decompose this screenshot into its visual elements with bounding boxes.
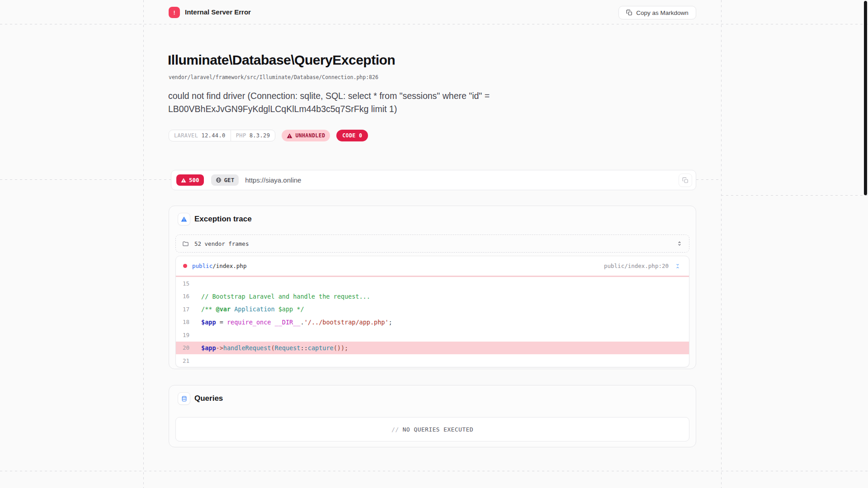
topbar: Internal Server Error Copy as Markdown: [0, 0, 868, 24]
copy-icon: [626, 9, 632, 16]
php-version-badge: PHP 8.3.29: [231, 130, 275, 141]
guide-line-bottom: [0, 471, 868, 471]
code-line-21: 21: [176, 354, 689, 367]
copy-as-markdown-button[interactable]: Copy as Markdown: [618, 6, 696, 19]
http-status-badge: 500: [176, 174, 204, 186]
request-bar: 500 GET https://siaya.online: [171, 170, 696, 190]
error-frame-dot-icon: [183, 264, 187, 268]
code-line-19: 19: [176, 328, 689, 342]
stack-frame-card: public/index.php public/index.php:20 151…: [175, 256, 689, 367]
copy-as-markdown-label: Copy as Markdown: [636, 9, 689, 16]
database-icon: [178, 392, 190, 405]
request-url: https://siaya.online: [245, 176, 301, 184]
queries-header: Queries: [178, 392, 223, 405]
code-lines: 1516// Bootstrap Laravel and handle the …: [176, 277, 689, 367]
status-label: Internal Server Error: [185, 8, 251, 16]
guide-connector-right: [696, 179, 721, 180]
guide-line-left: [143, 0, 144, 488]
exception-file-path: vendor/laravel/framework/src/Illuminate/…: [169, 74, 378, 80]
queries-empty-state: // NO QUERIES EXECUTED: [175, 417, 689, 441]
collapse-icon[interactable]: [674, 262, 682, 270]
exception-triangle-icon: [178, 213, 190, 225]
version-badges: LARAVEL 12.44.0 PHP 8.3.29: [169, 130, 275, 141]
guide-margin-right: [721, 195, 868, 196]
unhandled-badge: UNHANDLED: [282, 130, 330, 141]
laravel-version-badge: LARAVEL 12.44.0: [169, 130, 231, 141]
guide-line-right: [721, 0, 722, 488]
http-method-badge: GET: [211, 174, 239, 186]
queries-title: Queries: [194, 394, 223, 403]
exception-trace-section: Exception trace 52 vendor frames public/…: [169, 206, 696, 369]
exception-trace-header: Exception trace: [178, 213, 252, 225]
folder-icon: [182, 240, 189, 247]
frame-file-name: public/index.php: [192, 263, 246, 269]
exception-trace-title: Exception trace: [194, 215, 252, 224]
badge-row: LARAVEL 12.44.0 PHP 8.3.29 UNHANDLED COD…: [169, 130, 368, 141]
code-line-20: 20$app->handleRequest(Request::capture()…: [176, 342, 689, 355]
error-code-badge: CODE 0: [336, 130, 368, 141]
error-alert-icon: [169, 7, 180, 18]
code-line-16: 16// Bootstrap Laravel and handle the re…: [176, 290, 689, 303]
queries-section: Queries // NO QUERIES EXECUTED: [169, 385, 696, 447]
exception-class-title: Illuminate\Database\QueryException: [168, 52, 395, 68]
frame-location: public/index.php:20: [604, 263, 669, 269]
vendor-frames-label: 52 vendor frames: [194, 240, 249, 247]
warning-triangle-icon: [181, 178, 186, 183]
scrollbar-thumb[interactable]: [864, 1, 867, 195]
globe-icon: [216, 177, 222, 183]
exception-message: could not find driver (Connection: sqlit…: [168, 89, 532, 116]
guide-line-top: [0, 24, 868, 24]
vendor-frames-toggle[interactable]: 52 vendor frames: [175, 235, 689, 253]
stack-frame-header[interactable]: public/index.php public/index.php:20: [176, 256, 689, 276]
guide-connector-left: [0, 179, 171, 180]
warning-triangle-icon: [287, 133, 292, 139]
code-line-18: 18$app = require_once __DIR__.'/../boots…: [176, 316, 689, 329]
code-line-15: 15: [176, 277, 689, 290]
copy-url-button[interactable]: [679, 174, 692, 187]
chevron-up-down-icon: [676, 240, 683, 247]
code-line-17: 17/** @var Application $app */: [176, 303, 689, 316]
